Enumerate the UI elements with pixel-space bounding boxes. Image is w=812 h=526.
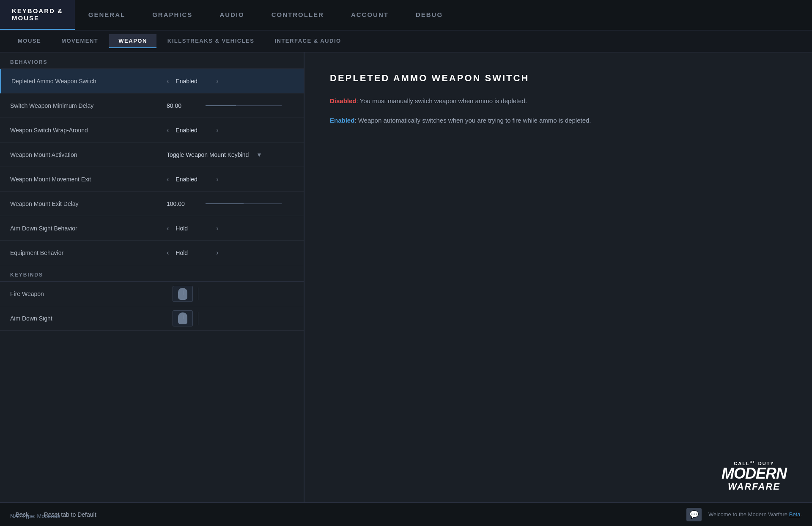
toggle-arrows[interactable]: ‹ Enabled › bbox=[167, 77, 219, 85]
nav-debug[interactable]: DEBUG bbox=[402, 0, 456, 30]
mount-activation-dropdown[interactable]: Toggle Weapon Mount Keybind ▼ bbox=[167, 151, 262, 158]
mount-exit-arrow-left[interactable]: ‹ bbox=[167, 175, 169, 183]
bottom-bar: ‹ Back Reset tab to Default 💬 NAT Type: … bbox=[0, 502, 812, 526]
nav-account-label: ACCOUNT bbox=[351, 11, 389, 18]
setting-mount-exit-delay-label: Weapon Mount Exit Delay bbox=[10, 200, 79, 207]
detail-title: DEPLETED AMMO WEAPON SWITCH bbox=[330, 73, 787, 84]
switch-delay-slider[interactable] bbox=[206, 105, 282, 106]
setting-wrap-around-control: ‹ Enabled › bbox=[167, 126, 294, 134]
subnav-weapon[interactable]: WEAPON bbox=[109, 34, 156, 48]
keybind-aim-down-sight-label: Aim Down Sight bbox=[10, 315, 171, 322]
setting-aim-behavior[interactable]: Aim Down Sight Behavior ‹ Hold › bbox=[0, 216, 304, 241]
fire-weapon-key-primary[interactable] bbox=[173, 286, 193, 302]
nav-graphics-label: GRAPHICS bbox=[152, 11, 192, 18]
detail-description-disabled: Disabled: You must manually switch weapo… bbox=[330, 96, 787, 107]
subnav-mouse[interactable]: MOUSE bbox=[8, 34, 50, 48]
switch-delay-fill bbox=[206, 105, 236, 106]
mount-exit-delay-fill bbox=[206, 203, 244, 204]
enabled-label: Enabled bbox=[330, 117, 354, 124]
nav-graphics[interactable]: GRAPHICS bbox=[139, 0, 206, 30]
nav-account[interactable]: ACCOUNT bbox=[337, 0, 402, 30]
wrap-toggle-arrows[interactable]: ‹ Enabled › bbox=[167, 126, 219, 134]
disabled-label: Disabled bbox=[330, 97, 357, 104]
keybind-separator-2 bbox=[198, 312, 198, 325]
setting-equipment-behavior[interactable]: Equipment Behavior ‹ Hold › bbox=[0, 241, 304, 265]
setting-mount-activation[interactable]: Weapon Mount Activation Toggle Weapon Mo… bbox=[0, 142, 304, 167]
mount-exit-delay-value: 100.00 bbox=[167, 200, 200, 207]
disabled-description: : You must manually switch weapon when a… bbox=[357, 97, 527, 104]
detail-panel: DEPLETED AMMO WEAPON SWITCH Disabled: Yo… bbox=[304, 52, 812, 502]
setting-depleted-ammo-control: ‹ Enabled › bbox=[167, 77, 294, 85]
setting-wrap-around[interactable]: Weapon Switch Wrap-Around ‹ Enabled › bbox=[0, 118, 304, 142]
nav-audio-label: AUDIO bbox=[219, 11, 244, 18]
top-navigation: KEYBOARD &MOUSE GENERAL GRAPHICS AUDIO C… bbox=[0, 0, 812, 30]
nat-type-label: NAT Type: Moderate bbox=[10, 513, 60, 519]
fire-weapon-slots bbox=[171, 286, 202, 302]
setting-mount-exit-delay-control: 100.00 bbox=[167, 200, 294, 207]
mount-exit-delay-slider[interactable] bbox=[206, 203, 282, 204]
nav-controller[interactable]: CONTROLLER bbox=[258, 0, 337, 30]
aim-toggle-arrows[interactable]: ‹ Hold › bbox=[167, 225, 219, 232]
mount-exit-arrow-right[interactable]: › bbox=[216, 175, 218, 183]
equipment-behavior-value: Hold bbox=[176, 249, 209, 256]
cod-modern: MODERN bbox=[721, 466, 787, 481]
beta-link[interactable]: Beta bbox=[789, 511, 801, 518]
arrow-right-icon[interactable]: › bbox=[216, 77, 218, 85]
setting-aim-behavior-label: Aim Down Sight Behavior bbox=[10, 225, 77, 232]
keybind-fire-weapon-label: Fire Weapon bbox=[10, 290, 171, 297]
equipment-toggle-arrows[interactable]: ‹ Hold › bbox=[167, 249, 219, 257]
detail-description-enabled: Enabled: Weapon automatically switches w… bbox=[330, 115, 787, 126]
nav-general[interactable]: GENERAL bbox=[75, 0, 139, 30]
subnav-killstreaks[interactable]: KILLSTREAKS & VEHICLES bbox=[158, 34, 264, 48]
aim-arrow-left[interactable]: ‹ bbox=[167, 225, 169, 232]
nav-debug-label: DEBUG bbox=[416, 11, 443, 18]
settings-panel: BEHAVIORS Depleted Ammo Weapon Switch ‹ … bbox=[0, 52, 304, 502]
setting-mount-exit-delay[interactable]: Weapon Mount Exit Delay 100.00 bbox=[0, 192, 304, 216]
setting-depleted-ammo-label: Depleted Ammo Weapon Switch bbox=[11, 78, 96, 85]
subnav-movement[interactable]: MOVEMENT bbox=[52, 34, 107, 48]
cod-warfare: WARFARE bbox=[721, 481, 787, 492]
chat-icon[interactable]: 💬 bbox=[686, 508, 702, 521]
subnav-interface[interactable]: INTERFACE & AUDIO bbox=[265, 34, 350, 48]
setting-wrap-around-label: Weapon Switch Wrap-Around bbox=[10, 127, 88, 134]
aim-arrow-right[interactable]: › bbox=[216, 225, 218, 232]
setting-switch-delay[interactable]: Switch Weapon Minimum Delay 80.00 bbox=[0, 93, 304, 118]
bottom-right-section: 💬 NAT Type: Moderate Welcome to the Mode… bbox=[686, 508, 802, 521]
arrow-left-icon[interactable]: ‹ bbox=[167, 77, 169, 85]
main-content: BEHAVIORS Depleted Ammo Weapon Switch ‹ … bbox=[0, 52, 812, 502]
setting-mount-exit-label: Weapon Mount Movement Exit bbox=[10, 176, 91, 183]
setting-equipment-behavior-label: Equipment Behavior bbox=[10, 249, 63, 256]
equipment-arrow-left[interactable]: ‹ bbox=[167, 249, 169, 257]
enabled-description: : Weapon automatically switches when you… bbox=[354, 117, 591, 124]
wrap-arrow-left[interactable]: ‹ bbox=[167, 126, 169, 134]
keybind-aim-down-sight[interactable]: Aim Down Sight bbox=[0, 306, 304, 331]
nav-general-label: GENERAL bbox=[88, 11, 125, 18]
setting-equipment-behavior-control: ‹ Hold › bbox=[167, 249, 294, 257]
keybind-fire-weapon[interactable]: Fire Weapon bbox=[0, 282, 304, 306]
keybind-separator bbox=[198, 288, 198, 300]
nav-audio[interactable]: AUDIO bbox=[206, 0, 258, 30]
setting-depleted-ammo[interactable]: Depleted Ammo Weapon Switch ‹ Enabled › bbox=[0, 69, 304, 93]
cod-logo: CALLof DUTY MODERN WARFARE bbox=[721, 460, 787, 492]
mouse-left-icon bbox=[178, 288, 187, 300]
mount-exit-toggle-arrows[interactable]: ‹ Enabled › bbox=[167, 175, 219, 183]
setting-aim-behavior-control: ‹ Hold › bbox=[167, 225, 294, 232]
mount-exit-value: Enabled bbox=[176, 176, 209, 183]
welcome-message: NAT Type: Moderate Welcome to the Modern… bbox=[708, 511, 802, 518]
nav-keyboard-mouse[interactable]: KEYBOARD &MOUSE bbox=[0, 0, 75, 30]
depleted-ammo-value: Enabled bbox=[176, 78, 209, 85]
switch-delay-value: 80.00 bbox=[167, 102, 200, 109]
setting-mount-exit[interactable]: Weapon Mount Movement Exit ‹ Enabled › bbox=[0, 167, 304, 192]
chat-bubble-icon: 💬 bbox=[689, 510, 699, 519]
behaviors-section-header: BEHAVIORS bbox=[0, 52, 304, 69]
aim-down-sight-key-primary[interactable] bbox=[173, 310, 193, 326]
setting-switch-delay-label: Switch Weapon Minimum Delay bbox=[10, 102, 93, 109]
equipment-arrow-right[interactable]: › bbox=[216, 249, 218, 257]
keybinds-section-header: KEYBINDS bbox=[0, 265, 304, 282]
wrap-arrow-right[interactable]: › bbox=[216, 126, 218, 134]
setting-mount-activation-label: Weapon Mount Activation bbox=[10, 151, 77, 158]
setting-switch-delay-control: 80.00 bbox=[167, 102, 294, 109]
wrap-around-value: Enabled bbox=[176, 127, 209, 134]
setting-mount-activation-control: Toggle Weapon Mount Keybind ▼ bbox=[167, 151, 294, 158]
nav-controller-label: CONTROLLER bbox=[272, 11, 324, 18]
